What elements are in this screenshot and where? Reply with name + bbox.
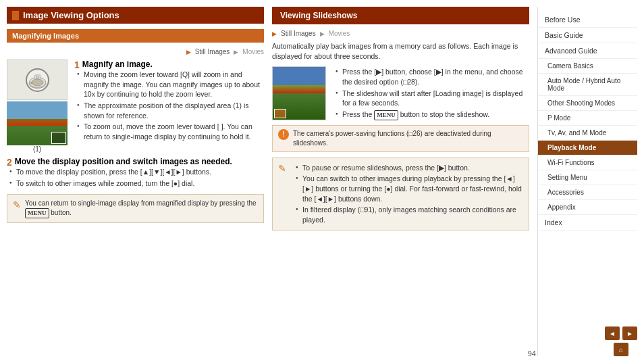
right-tags: ▶ Still Images ▶ Movies	[272, 30, 529, 37]
step1-bullets: Moving the zoom lever toward [Q] will zo…	[74, 69, 264, 143]
tag-arrow-2: ▶	[234, 49, 238, 55]
right-movies-tag: Movies	[329, 30, 350, 37]
slideshow-image	[272, 66, 326, 120]
image-overlay-box	[51, 132, 66, 144]
right-tag-arrow-2: ▶	[320, 30, 325, 37]
right-note-box: ✎ To pause or resume slideshows, press t…	[272, 158, 529, 231]
step1-title: 1 Magnify an image.	[74, 59, 264, 69]
slideshow-bullet-list: Press the [▶] button, choose [▶] in the …	[333, 66, 529, 120]
nav-row-prev-next: ◄ ►	[605, 326, 637, 340]
slide-bullet-3: Press the MENU button to stop the slides…	[336, 109, 529, 121]
prev-button[interactable]: ◄	[605, 326, 620, 340]
sidebar-item-camera-basics[interactable]: Camera Basics	[538, 59, 637, 74]
warning-text: The camera's power-saving functions (□26…	[293, 129, 523, 148]
right-note-bullets: To pause or resume slideshows, press the…	[290, 162, 523, 226]
sidebar: Before Use Basic Guide Advanced Guide Ca…	[537, 7, 637, 356]
zoom-diagram: Q ⊞	[7, 59, 68, 100]
sidebar-item-advanced-guide[interactable]: Advanced Guide	[538, 43, 637, 59]
warning-box: ! The camera's power-saving functions (□…	[272, 125, 529, 152]
sidebar-item-auto-mode[interactable]: Auto Mode / Hybrid Auto Mode	[538, 74, 637, 96]
step1-area: Q ⊞ (1) 1 Magnify an image. Moving th	[7, 59, 264, 157]
step2-bullets: To move the display position, press the …	[7, 166, 264, 189]
sidebar-item-basic-guide[interactable]: Basic Guide	[538, 28, 637, 43]
sidebar-item-before-use[interactable]: Before Use	[538, 12, 637, 28]
image-stack: Q ⊞ (1)	[7, 59, 68, 153]
sidebar-item-p-mode[interactable]: P Mode	[538, 111, 637, 126]
home-button[interactable]: ⌂	[614, 343, 628, 356]
sidebar-item-wifi[interactable]: Wi-Fi Functions	[538, 155, 637, 170]
note-bullet-3: In filtered display (□91), only images m…	[296, 204, 523, 225]
step2-bullet-1: To move the display position, press the …	[9, 166, 264, 178]
svg-text:Q: Q	[36, 75, 38, 78]
magnifying-images-header: Magnifying Images	[7, 29, 264, 43]
slideshow-header: Viewing Slideshows	[272, 7, 529, 24]
movies-tag: Movies	[242, 48, 264, 55]
tag-arrow-1: ▶	[186, 49, 191, 55]
menu-button-inline: MENU	[25, 208, 49, 218]
menu-button-inline-2: MENU	[374, 110, 398, 120]
right-tag-arrow-1: ▶	[272, 30, 277, 37]
step1-bullet-3: To zoom out, move the zoom lever toward …	[77, 121, 264, 142]
nav-buttons: ◄ ► ⌂	[605, 326, 637, 356]
image-caption: (1)	[7, 145, 68, 153]
left-note-box: ✎ You can return to single-image display…	[7, 194, 264, 223]
sidebar-item-playback[interactable]: Playback Mode	[538, 141, 637, 155]
left-panel: Image Viewing Options Magnifying Images …	[7, 7, 264, 356]
note-bullet-2: You can switch to other images during pl…	[296, 173, 523, 204]
right-pencil-icon: ✎	[278, 162, 286, 176]
step1-bullet-2: The approximate position of the displaye…	[77, 100, 264, 121]
slide-bullet-1: Press the [▶] button, choose [▶] in the …	[336, 66, 529, 87]
slide-bullet-2: The slideshow will start after [Loading …	[336, 88, 529, 109]
next-button[interactable]: ►	[622, 326, 637, 340]
left-section-title: Image Viewing Options	[7, 7, 264, 24]
slideshow-img-overlay	[274, 109, 286, 118]
sidebar-item-appendix[interactable]: Appendix	[538, 200, 637, 215]
sidebar-item-index[interactable]: Index	[538, 215, 637, 231]
slideshow-bullets: Press the [▶] button, choose [▶] in the …	[333, 66, 529, 120]
zoom-icon: Q ⊞	[26, 68, 49, 92]
slideshow-image-area: Press the [▶] button, choose [▶] in the …	[272, 66, 529, 120]
left-tags: ▶ Still Images ▶ Movies	[7, 48, 264, 55]
step1-bullet-1: Moving the zoom lever toward [Q] will zo…	[77, 69, 264, 100]
sidebar-item-tv-av[interactable]: Tv, Av, and M Mode	[538, 126, 637, 141]
step2-bullet-2: To switch to other images while zoomed, …	[9, 178, 264, 189]
still-images-tag: Still Images	[195, 48, 230, 55]
sidebar-item-setting-menu[interactable]: Setting Menu	[538, 170, 637, 185]
page-number: 94	[528, 349, 536, 358]
right-still-tag: Still Images	[281, 30, 316, 37]
landscape-image	[7, 101, 68, 145]
left-note-text: You can return to single-image display f…	[25, 199, 258, 218]
note-bullet-1: To pause or resume slideshows, press the…	[296, 162, 523, 174]
warning-icon: !	[278, 129, 289, 140]
svg-text:⊞: ⊞	[30, 81, 32, 84]
step1-block: 1 Magnify an image. Moving the zoom leve…	[74, 59, 264, 143]
step2-block: 2 Move the display position and switch i…	[7, 157, 264, 189]
right-panel: Viewing Slideshows ▶ Still Images ▶ Movi…	[272, 7, 529, 356]
sidebar-item-accessories[interactable]: Accessories	[538, 185, 637, 200]
sidebar-item-other-shooting[interactable]: Other Shooting Modes	[538, 96, 637, 111]
svg-point-2	[31, 78, 43, 85]
slideshow-intro: Automatically play back images from a me…	[272, 41, 529, 61]
pencil-icon: ✎	[13, 199, 21, 212]
step2-title: 2 Move the display position and switch i…	[7, 157, 264, 166]
